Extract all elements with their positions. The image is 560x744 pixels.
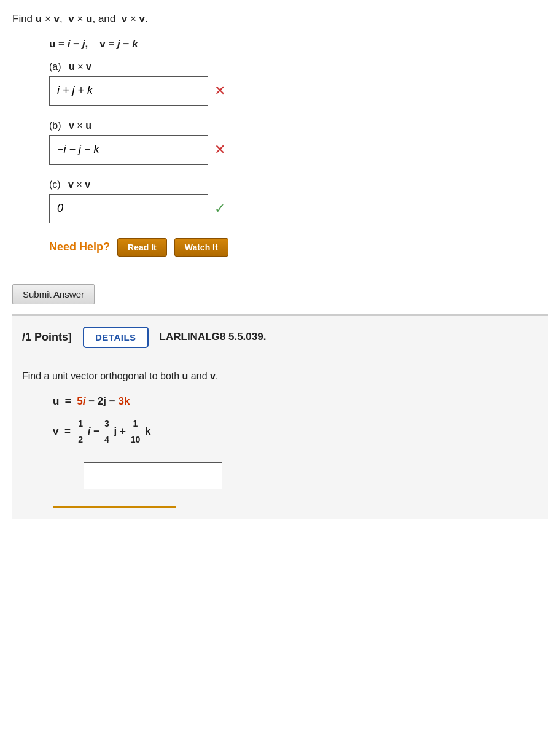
v-minus: −: [93, 425, 103, 437]
part-a-label: (a) u × v: [49, 61, 548, 72]
u-2j: 2j: [98, 395, 106, 407]
v-frac2: 3 4: [103, 416, 111, 448]
submit-answer-button[interactable]: Submit Answer: [12, 284, 95, 304]
watch-it-button[interactable]: Watch It: [174, 238, 228, 257]
v-frac1-den: 2: [77, 432, 84, 448]
need-help-row: Need Help? Read It Watch It: [49, 238, 548, 257]
part-b-letter: (b): [49, 120, 61, 131]
v-frac2-num: 3: [103, 416, 111, 432]
part-b-label: (b) v × u: [49, 120, 548, 131]
problem-1-intro: Find u × v, v × u, and v × v.: [12, 11, 548, 27]
part-c-operation: v × v: [68, 179, 90, 190]
points-label: /1 Points]: [22, 331, 72, 344]
problem-2-input[interactable]: [84, 462, 222, 489]
part-a-input[interactable]: [49, 76, 208, 106]
part-b-answer-row: ✕: [49, 135, 548, 165]
v-k: k: [145, 425, 150, 437]
u-value: 5i: [77, 395, 85, 407]
v-frac2-den: 4: [103, 432, 111, 448]
v-definition: v = j − k: [99, 38, 138, 50]
problem-1-container: Find u × v, v × u, and v × v. u = i − j,…: [12, 11, 548, 314]
part-b-input[interactable]: [49, 135, 208, 165]
v-frac1: 1 2: [77, 416, 84, 448]
part-c-answer-row: ✓: [49, 194, 548, 223]
problem-2-intro: Find a unit vector orthogonal to both u …: [22, 368, 538, 384]
part-c-letter: (c): [49, 179, 61, 190]
u-3k: 3k: [118, 395, 130, 407]
part-a-answer-row: ✕: [49, 76, 548, 106]
v-frac3-num: 1: [132, 416, 139, 432]
part-a-block: (a) u × v ✕: [49, 61, 548, 106]
part-c-status-icon: ✓: [214, 201, 225, 217]
part-a-status-icon: ✕: [214, 83, 225, 99]
submit-row: Submit Answer: [12, 274, 548, 314]
problem-id: LARLINALG8 5.5.039.: [160, 331, 266, 343]
need-help-label: Need Help?: [49, 241, 110, 254]
u-minus-3k: −: [109, 395, 119, 407]
u-value-line: u = 5i − 2j − 3k: [53, 392, 538, 411]
read-it-button[interactable]: Read It: [117, 238, 167, 257]
v-i: i: [88, 425, 91, 437]
v-value-line: v = 1 2 i − 3 4 j + 1 10 k: [53, 416, 538, 448]
part-c-label: (c) v × v: [49, 179, 548, 190]
part-a-operation: u × v: [69, 61, 91, 72]
v-frac3-den: 10: [130, 432, 142, 448]
details-button[interactable]: DETAILS: [83, 327, 149, 348]
u-minus-2j: −: [88, 395, 98, 407]
part-c-block: (c) v × v ✓: [49, 179, 548, 223]
part-c-input[interactable]: [49, 194, 208, 223]
part-b-status-icon: ✕: [214, 142, 225, 158]
u-label: u =: [53, 395, 74, 407]
v-label: v =: [53, 425, 74, 437]
bottom-orange-divider: [53, 506, 176, 508]
vars-definition: u = i − j, v = j − k: [49, 38, 548, 50]
problem-2-divider: [22, 358, 538, 358]
v-frac1-num: 1: [77, 416, 84, 432]
part-b-block: (b) v × u ✕: [49, 120, 548, 165]
problem-2-header: /1 Points] DETAILS LARLINALG8 5.5.039.: [22, 327, 538, 348]
part-b-operation: v × u: [69, 120, 91, 131]
part-a-letter: (a): [49, 61, 61, 72]
u-definition: u = i − j,: [49, 38, 97, 50]
problem-2-container: /1 Points] DETAILS LARLINALG8 5.5.039. F…: [12, 315, 548, 519]
v-plus: +: [120, 425, 129, 437]
v-j: j: [114, 425, 117, 437]
v-frac3: 1 10: [130, 416, 142, 448]
